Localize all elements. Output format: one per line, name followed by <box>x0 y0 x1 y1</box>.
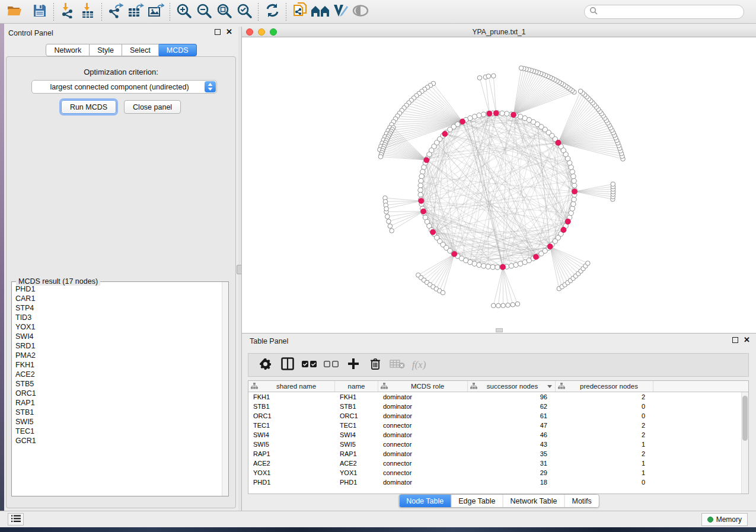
table-settings-button[interactable] <box>254 355 276 375</box>
leaf-node[interactable] <box>390 229 394 233</box>
zoom-selected-button[interactable] <box>234 2 254 21</box>
table-cell[interactable]: 0 <box>556 477 653 487</box>
ring-node[interactable] <box>477 262 481 267</box>
table-cell[interactable]: RAP1 <box>248 449 335 459</box>
table-row[interactable]: YOX1YOX1connector291 <box>248 468 748 477</box>
mcds-result-item[interactable]: GCR1 <box>12 436 221 446</box>
tab-style[interactable]: Style <box>90 44 122 56</box>
network-window-titlebar[interactable]: YPA_prune.txt_1 <box>242 27 756 37</box>
dominator-node[interactable] <box>442 131 448 136</box>
leaf-node[interactable] <box>491 73 496 78</box>
dominator-node[interactable] <box>565 219 570 224</box>
mcds-result-item[interactable]: PMA2 <box>12 351 221 360</box>
close-panel-icon[interactable]: ✕ <box>226 29 232 35</box>
table-cell[interactable]: 96 <box>468 392 556 402</box>
criterion-dropdown[interactable]: largest connected component (undirected) <box>31 80 217 94</box>
table-cell[interactable]: FKH1 <box>335 392 378 402</box>
mcds-result-scrollbar[interactable] <box>222 282 228 496</box>
column-header-successor-nodes[interactable]: successor nodes <box>468 381 556 392</box>
table-cell[interactable]: STB1 <box>248 402 335 411</box>
export-table-button[interactable] <box>126 2 146 21</box>
clone-network-button[interactable] <box>290 2 310 21</box>
table-cell[interactable]: 46 <box>468 430 556 440</box>
first-neighbors-button[interactable] <box>310 2 330 21</box>
tab-network-table[interactable]: Network Table <box>503 495 565 507</box>
table-row[interactable]: ORC1ORC1dominator610 <box>248 411 748 421</box>
dominator-node[interactable] <box>547 243 553 249</box>
close-table-panel-icon[interactable]: ✕ <box>744 337 750 343</box>
ring-node[interactable] <box>418 193 423 197</box>
tab-node-table[interactable]: Node Table <box>399 495 451 507</box>
mcds-result-item[interactable]: STB5 <box>12 379 221 389</box>
leaf-node[interactable] <box>578 89 583 94</box>
mcds-result-item[interactable]: STP4 <box>12 303 221 313</box>
table-cell[interactable]: dominator <box>378 402 468 411</box>
select-all-rows-button[interactable] <box>298 355 320 375</box>
ring-node[interactable] <box>481 112 486 117</box>
memory-button[interactable]: Memory <box>701 513 748 526</box>
mcds-result-item[interactable]: ACE2 <box>12 370 221 379</box>
vizmapper-button[interactable] <box>330 2 350 21</box>
refresh-button[interactable] <box>262 2 282 21</box>
leaf-node[interactable] <box>384 207 389 211</box>
mcds-result-item[interactable]: SRD1 <box>12 341 221 351</box>
table-cell[interactable]: TEC1 <box>248 421 335 430</box>
table-cell[interactable]: connector <box>378 468 468 477</box>
search-input[interactable] <box>598 7 744 17</box>
table-cell[interactable]: 0 <box>556 402 653 411</box>
column-header-predecessor-nodes[interactable]: predecessor nodes <box>556 381 653 392</box>
dominator-node[interactable] <box>452 251 457 257</box>
mcds-result-item[interactable]: CAR1 <box>12 294 221 303</box>
search-field[interactable] <box>584 5 744 19</box>
show-hide-graphics-button[interactable] <box>350 2 371 21</box>
mcds-result-item[interactable]: TID3 <box>12 313 221 322</box>
leaf-node[interactable] <box>519 66 524 70</box>
column-header-MCDS-role[interactable]: MCDS role <box>378 381 468 392</box>
ring-node[interactable] <box>572 197 576 201</box>
mcds-result-item[interactable]: ORC1 <box>12 389 221 398</box>
table-cell[interactable]: PHD1 <box>335 477 378 487</box>
ring-node[interactable] <box>572 183 577 188</box>
dominator-node[interactable] <box>533 254 538 259</box>
leaf-node[interactable] <box>441 290 445 295</box>
table-cell[interactable]: 29 <box>468 468 556 477</box>
table-cell[interactable]: FKH1 <box>248 392 335 402</box>
ring-node[interactable] <box>570 206 575 211</box>
table-cell[interactable]: ACE2 <box>335 459 378 468</box>
dominator-node[interactable] <box>572 189 577 194</box>
dominator-node[interactable] <box>493 110 499 116</box>
mcds-result-item[interactable]: SWI5 <box>12 417 221 427</box>
tab-motifs[interactable]: Motifs <box>564 495 598 507</box>
table-cell[interactable]: 18 <box>468 477 556 487</box>
dominator-node[interactable] <box>424 158 429 163</box>
leaf-node[interactable] <box>506 303 511 307</box>
table-cell[interactable]: 2 <box>556 430 653 440</box>
network-graph[interactable] <box>242 37 756 333</box>
deselect-all-rows-button[interactable] <box>320 355 342 375</box>
export-network-button[interactable] <box>106 2 126 21</box>
ring-node[interactable] <box>500 111 505 116</box>
delete-table-button[interactable] <box>386 355 408 375</box>
dominator-node[interactable] <box>419 198 424 203</box>
ring-node[interactable] <box>490 265 495 270</box>
create-column-button[interactable] <box>342 355 364 375</box>
show-columns-button[interactable] <box>276 355 298 375</box>
table-cell[interactable]: SWI4 <box>335 430 378 440</box>
task-history-button[interactable] <box>8 513 24 525</box>
leaf-node[interactable] <box>586 261 591 266</box>
export-image-button[interactable] <box>146 2 166 21</box>
leaf-node[interactable] <box>385 214 390 219</box>
ring-node[interactable] <box>486 264 490 269</box>
table-scrollbar-thumb[interactable] <box>742 396 748 441</box>
table-scrollbar[interactable] <box>741 392 748 494</box>
table-row[interactable]: SWI4SWI4dominator462 <box>248 430 748 440</box>
table-cell[interactable]: SWI5 <box>248 440 335 449</box>
ring-node[interactable] <box>571 174 576 178</box>
dominator-node[interactable] <box>460 119 465 124</box>
mcds-result-item[interactable]: FKH1 <box>12 360 221 370</box>
network-canvas[interactable] <box>242 37 756 333</box>
table-cell[interactable]: 1 <box>556 468 653 477</box>
dominator-node[interactable] <box>430 229 435 235</box>
zoom-out-button[interactable] <box>194 2 214 21</box>
table-row[interactable]: PHD1PHD1dominator180 <box>248 477 748 487</box>
